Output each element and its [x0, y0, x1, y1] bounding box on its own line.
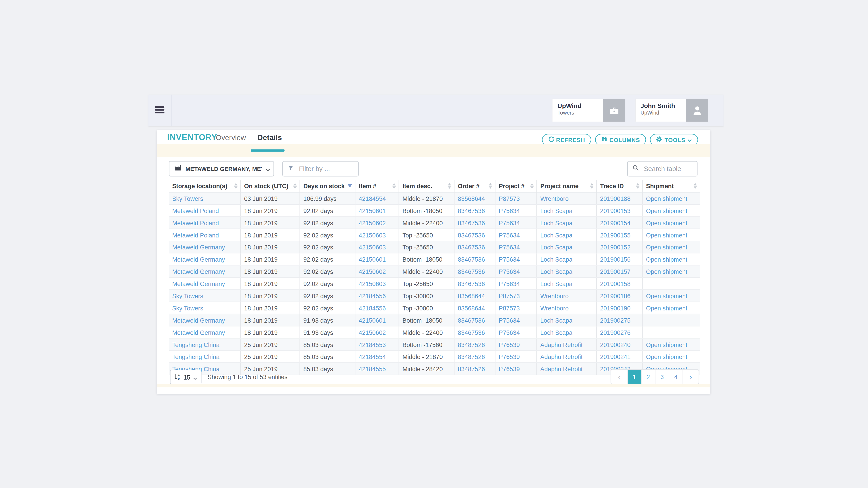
cell-link-project-name[interactable]: Loch Scapa	[540, 232, 572, 238]
tab-overview[interactable]: Overview	[216, 133, 246, 142]
cell-link-order[interactable]: 83467536	[458, 268, 485, 275]
user-card[interactable]: John Smith UpWind	[636, 99, 708, 122]
cell-link-project-name[interactable]: Loch Scapa	[540, 317, 572, 323]
cell-link-item[interactable]: 42184554	[359, 353, 386, 360]
cell-link-item[interactable]: 42184553	[359, 341, 386, 348]
cell-link-project[interactable]: P87573	[499, 304, 520, 311]
column-header-item-desc[interactable]: Item desc.	[399, 180, 455, 192]
cell-link-shipment[interactable]: Open shipment	[646, 207, 687, 214]
cell-link-shipment[interactable]: Open shipment	[646, 292, 687, 299]
cell-link-order[interactable]: 83568644	[458, 304, 485, 311]
cell-link-project-name[interactable]: Loch Scapa	[540, 244, 572, 250]
cell-link-trace-id[interactable]: 201900241	[600, 353, 631, 360]
company-card[interactable]: UpWind Towers	[553, 99, 625, 122]
cell-link-order[interactable]: 83467536	[458, 280, 485, 287]
cell-link-storage-location-s[interactable]: Metaweld Poland	[172, 219, 219, 226]
cell-link-storage-location-s[interactable]: Metaweld Poland	[172, 232, 219, 238]
cell-link-project[interactable]: P75634	[499, 219, 520, 226]
cell-link-project[interactable]: P75634	[499, 317, 520, 323]
cell-link-storage-location-s[interactable]: Metaweld Germany	[172, 329, 225, 335]
pagination-page-1[interactable]: 1	[627, 369, 641, 384]
cell-link-storage-location-s[interactable]: Sky Towers	[172, 195, 203, 201]
cell-link-shipment[interactable]: Open shipment	[646, 341, 687, 348]
pagination-previous-button[interactable]: ‹	[611, 369, 627, 384]
column-header-days-on-stock[interactable]: Days on stock	[300, 180, 355, 192]
cell-link-item[interactable]: 42184556	[359, 292, 386, 299]
cell-link-order[interactable]: 83467536	[458, 207, 485, 214]
cell-link-storage-location-s[interactable]: Metaweld Germany	[172, 280, 225, 287]
column-header-item[interactable]: Item #	[355, 180, 399, 192]
cell-link-storage-location-s[interactable]: Metaweld Poland	[172, 207, 219, 214]
cell-link-order[interactable]: 83467536	[458, 317, 485, 323]
cell-link-item[interactable]: 42150602	[359, 329, 386, 335]
cell-link-trace-id[interactable]: 201900158	[600, 280, 631, 287]
pagination-page-3[interactable]: 3	[655, 369, 669, 384]
cell-link-storage-location-s[interactable]: Tengsheng China	[172, 353, 220, 360]
cell-link-trace-id[interactable]: 201900186	[600, 292, 631, 299]
cell-link-order[interactable]: 83568644	[458, 292, 485, 299]
tab-details[interactable]: Details	[257, 133, 282, 142]
cell-link-item[interactable]: 42150603	[359, 244, 386, 250]
pagination-page-2[interactable]: 2	[641, 369, 655, 384]
cell-link-project[interactable]: P75634	[499, 244, 520, 250]
cell-link-project-name[interactable]: Loch Scapa	[540, 329, 572, 335]
search-input[interactable]	[643, 164, 692, 173]
cell-link-shipment[interactable]: Open shipment	[646, 353, 687, 360]
cell-link-item[interactable]: 42184555	[359, 365, 386, 372]
page-size-selector[interactable]: 1 9 15	[170, 369, 202, 385]
cell-link-project[interactable]: P76539	[499, 353, 520, 360]
column-header-trace-id[interactable]: Trace ID	[597, 180, 643, 192]
pagination-page-4[interactable]: 4	[669, 369, 682, 384]
column-header-order[interactable]: Order #	[455, 180, 495, 192]
cell-link-project-name[interactable]: Loch Scapa	[540, 268, 572, 275]
cell-link-storage-location-s[interactable]: Metaweld Germany	[172, 268, 225, 275]
column-header-project[interactable]: Project #	[495, 180, 537, 192]
cell-link-trace-id[interactable]: 201900190	[600, 304, 631, 311]
cell-link-trace-id[interactable]: 201900155	[600, 232, 631, 238]
cell-link-project[interactable]: P75634	[499, 329, 520, 335]
cell-link-project-name[interactable]: Wrentboro	[540, 304, 568, 311]
cell-link-shipment[interactable]: Open shipment	[646, 232, 687, 238]
cell-link-project[interactable]: P87573	[499, 195, 520, 201]
cell-link-project-name[interactable]: Loch Scapa	[540, 256, 572, 263]
cell-link-trace-id[interactable]: 201900276	[600, 329, 631, 335]
cell-link-project-name[interactable]: Adaphu Retrofit	[540, 353, 583, 360]
storage-location-filter-dropdown[interactable]: METAWELD GERMANY, METAWE	[169, 161, 274, 177]
cell-link-item[interactable]: 42150601	[359, 256, 386, 263]
column-header-storage-location-s[interactable]: Storage location(s)	[169, 180, 241, 192]
cell-link-item[interactable]: 42150601	[359, 317, 386, 323]
cell-link-order[interactable]: 83467536	[458, 232, 485, 238]
cell-link-item[interactable]: 42150603	[359, 280, 386, 287]
cell-link-trace-id[interactable]: 201900156	[600, 256, 631, 263]
cell-link-shipment[interactable]: Open shipment	[646, 268, 687, 275]
pagination-next-button[interactable]: ›	[683, 369, 699, 384]
cell-link-project[interactable]: P75634	[499, 232, 520, 238]
cell-link-item[interactable]: 42150602	[359, 268, 386, 275]
cell-link-project[interactable]: P75634	[499, 207, 520, 214]
cell-link-storage-location-s[interactable]: Tengsheng China	[172, 341, 220, 348]
cell-link-shipment[interactable]: Open shipment	[646, 304, 687, 311]
column-header-shipment[interactable]: Shipment	[643, 180, 700, 192]
column-header-project-name[interactable]: Project name	[537, 180, 597, 192]
cell-link-item[interactable]: 42150601	[359, 207, 386, 214]
cell-link-trace-id[interactable]: 201900152	[600, 244, 631, 250]
cell-link-storage-location-s[interactable]: Metaweld Germany	[172, 244, 225, 250]
cell-link-project[interactable]: P87573	[499, 292, 520, 299]
cell-link-shipment[interactable]: Open shipment	[646, 244, 687, 250]
cell-link-project[interactable]: P75634	[499, 280, 520, 287]
cell-link-order[interactable]: 83467536	[458, 329, 485, 335]
cell-link-trace-id[interactable]: 201900153	[600, 207, 631, 214]
cell-link-order[interactable]: 83568644	[458, 195, 485, 201]
cell-link-storage-location-s[interactable]: Metaweld Germany	[172, 317, 225, 323]
cell-link-project[interactable]: P75634	[499, 256, 520, 263]
cell-link-trace-id[interactable]: 201900275	[600, 317, 631, 323]
cell-link-project-name[interactable]: Loch Scapa	[540, 207, 572, 214]
cell-link-shipment[interactable]: Open shipment	[646, 195, 687, 201]
cell-link-order[interactable]: 83487526	[458, 341, 485, 348]
cell-link-trace-id[interactable]: 201900240	[600, 341, 631, 348]
cell-link-project[interactable]: P76539	[499, 365, 520, 372]
cell-link-trace-id[interactable]: 201900154	[600, 219, 631, 226]
cell-link-item[interactable]: 42150602	[359, 219, 386, 226]
filter-input[interactable]	[298, 164, 354, 173]
cell-link-order[interactable]: 83467536	[458, 256, 485, 263]
